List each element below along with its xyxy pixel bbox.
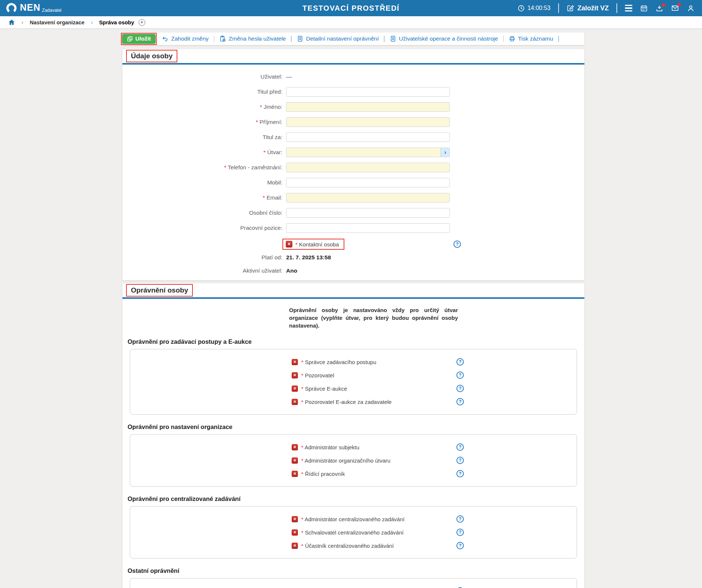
permission-groups: Oprávnění pro zadávací postupy a E-aukce… — [122, 338, 584, 588]
change-password-button[interactable]: Změna hesla uživatele — [219, 35, 286, 42]
permission-label: * Administrátor centralizovaného zadáván… — [301, 516, 404, 522]
undo-icon — [162, 35, 168, 42]
header-actions: 14:00:53 Založit VZ — [518, 3, 702, 13]
permission-checkbox[interactable]: × — [292, 399, 298, 405]
active-user-value: Ano — [286, 267, 297, 274]
help-icon[interactable]: ? — [456, 529, 464, 536]
input-titul-pred[interactable] — [286, 87, 450, 97]
help-icon[interactable]: ? — [456, 470, 464, 477]
close-tab-icon[interactable]: × — [139, 19, 145, 26]
discard-changes-label: Zahodit změny — [171, 35, 209, 42]
permission-label: * Pozorovatel — [301, 372, 334, 378]
nen-brand[interactable]: NEN Zadavatel — [5, 2, 62, 14]
input-prijmeni[interactable] — [286, 117, 450, 127]
help-icon[interactable]: ? — [456, 358, 464, 366]
field-label-mobil: Mobil: — [122, 179, 286, 186]
section-divider — [122, 297, 584, 299]
change-password-label: Změna hesla uživatele — [229, 35, 286, 42]
edit-icon — [567, 4, 574, 12]
breadcrumb-item-nastaveni-organizace[interactable]: Nastavení organizace — [30, 20, 84, 25]
permission-label: * Administrátor subjektu — [301, 444, 359, 450]
password-change-icon — [219, 35, 226, 42]
app-header: NEN Zadavatel TESTOVACÍ PROSTŘEDÍ 14:00:… — [0, 0, 702, 16]
help-icon[interactable]: ? — [456, 457, 464, 464]
input-utvar[interactable] — [286, 148, 450, 157]
form-row-titul-za: Titul za: — [122, 129, 584, 145]
menu-icon[interactable] — [625, 5, 632, 11]
permission-checkbox[interactable]: × — [292, 444, 298, 450]
permission-group-heading: Oprávnění pro nastavení organizace — [128, 423, 584, 430]
permission-row: ×* Administrátor organizačního útvaru? — [130, 454, 577, 467]
permission-group-box: ×* Metodik? — [130, 578, 577, 588]
input-pracovni-pozice[interactable] — [286, 223, 450, 233]
permission-checkbox[interactable]: × — [292, 457, 298, 464]
calendar-icon[interactable] — [640, 4, 648, 12]
form-row-email: * Email: — [122, 190, 584, 205]
required-asterisk: * — [295, 241, 299, 248]
input-telefon-zamestnani[interactable] — [286, 163, 450, 172]
header-divider — [558, 3, 559, 13]
messages-icon[interactable] — [671, 4, 679, 12]
permission-checkbox[interactable]: × — [292, 359, 298, 365]
detailed-permissions-button[interactable]: Detailní nastavení oprávnění — [297, 35, 379, 42]
required-asterisk: * — [224, 164, 228, 170]
permission-label: * Správce zadávacího postupu — [301, 359, 376, 365]
required-asterisk: * — [301, 372, 305, 378]
create-vz-label: Založit VZ — [577, 4, 609, 12]
form-row-osobni-cislo: Osobní číslo: — [122, 205, 584, 220]
required-asterisk: * — [301, 516, 305, 522]
downloads-icon[interactable] — [656, 4, 663, 12]
permission-row: ×* Pozorovatel E-aukce za zadavatele? — [130, 395, 577, 408]
input-jmeno[interactable] — [286, 102, 450, 112]
valid-from-value: 21. 7. 2025 13:58 — [286, 254, 331, 261]
permission-label: * Správce E-aukce — [301, 385, 347, 392]
record-toolbar: Uložit Zahodit změny Změna hesla uživate… — [122, 32, 584, 45]
input-email[interactable] — [286, 193, 450, 203]
breadcrumb-item-sprava-osoby[interactable]: Správa osoby — [99, 20, 134, 25]
save-label: Uložit — [135, 35, 151, 42]
permission-checkbox[interactable]: × — [292, 471, 298, 477]
input-titul-za[interactable] — [286, 132, 450, 142]
permission-row: ×* Pozorovatel? — [130, 369, 577, 382]
help-icon[interactable]: ? — [456, 371, 464, 379]
save-button[interactable]: Uložit — [122, 34, 156, 44]
breadcrumb-separator: › — [21, 19, 24, 26]
user-operations-button[interactable]: Uživatelské operace a činnosti nástroje — [390, 35, 498, 42]
section-title: Údaje osoby — [131, 52, 173, 60]
home-icon[interactable] — [8, 19, 15, 26]
permission-row: ×* Administrátor centralizovaného zadává… — [130, 512, 577, 526]
notification-dot — [661, 3, 665, 7]
print-record-button[interactable]: Tisk záznamu — [509, 35, 553, 42]
help-icon[interactable]: ? — [456, 443, 464, 451]
form-row-pracovni-pozice: Pracovní pozice: — [122, 220, 584, 235]
valid-from-row: Platí od: 21. 7. 2025 13:58 — [122, 251, 584, 264]
help-icon[interactable]: ? — [456, 542, 464, 549]
section-title: Oprávnění osoby — [131, 286, 188, 294]
input-mobil[interactable] — [286, 178, 450, 187]
header-divider — [616, 3, 617, 13]
permission-row: ×* Účastník centralizovaného zadávání? — [130, 539, 577, 552]
permission-label: * Pozorovatel E-aukce za zadavatele — [301, 399, 392, 405]
help-icon[interactable]: ? — [456, 385, 464, 392]
picker-button-utvar[interactable]: › — [441, 148, 449, 157]
permission-group-box: ×* Administrátor subjektu?×* Administrát… — [130, 434, 577, 487]
help-icon[interactable]: ? — [453, 241, 461, 248]
create-vz-button[interactable]: Založit VZ — [567, 4, 609, 12]
permission-label: * Administrátor organizačního útvaru — [301, 457, 390, 464]
user-profile-icon[interactable] — [687, 4, 695, 12]
save-icon — [127, 36, 133, 42]
help-icon[interactable]: ? — [456, 515, 464, 523]
input-osobni-cislo[interactable] — [286, 208, 450, 218]
permission-checkbox[interactable]: × — [292, 516, 298, 522]
discard-changes-button[interactable]: Zahodit změny — [162, 35, 209, 42]
permission-checkbox[interactable]: × — [292, 529, 298, 536]
contact-person-checkbox[interactable]: × — [286, 241, 292, 248]
required-asterisk: * — [301, 399, 305, 405]
field-label-prijmeni: * Příjmení: — [122, 119, 286, 125]
help-icon[interactable]: ? — [456, 398, 464, 405]
permission-checkbox[interactable]: × — [292, 372, 298, 378]
permission-checkbox[interactable]: × — [292, 543, 298, 549]
permission-checkbox[interactable]: × — [292, 385, 298, 392]
printer-icon — [509, 35, 515, 42]
toolbar-divider — [503, 36, 504, 42]
